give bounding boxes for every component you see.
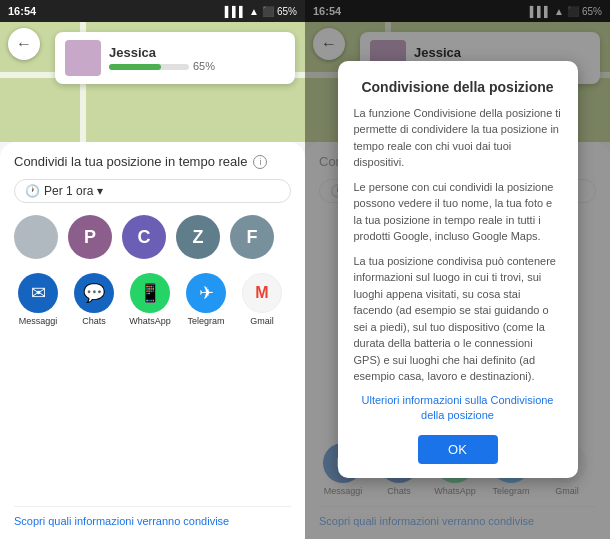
app-icon-chats: 💬 (74, 273, 114, 313)
app-icon-gmail: M (242, 273, 282, 313)
app-item-messaggi[interactable]: ✉ Messaggi (14, 273, 62, 326)
contact-avatar-photo (14, 215, 58, 259)
bottom-link-left[interactable]: Scopri quali informazioni verranno condi… (14, 506, 291, 531)
left-panel: 16:54 ▌▌▌ ▲ ⬛ 65% ← Jessica 65% (0, 0, 305, 539)
dialog-ok-button[interactable]: OK (418, 435, 498, 464)
user-avatar-left (65, 40, 101, 76)
contact-item-c[interactable]: C (122, 215, 166, 259)
contact-item-photo (14, 215, 58, 259)
battery-bar-left (109, 64, 189, 70)
app-icon-telegram: ✈ (186, 273, 226, 313)
contact-avatar-p: P (68, 215, 112, 259)
duration-label: Per 1 ora (44, 184, 93, 198)
back-button-left[interactable]: ← (8, 28, 40, 60)
user-info-left: Jessica 65% (109, 45, 285, 72)
map-area-left: ← Jessica 65% (0, 22, 305, 142)
clock-icon: 🕐 (25, 184, 40, 198)
contact-avatar-z: Z (176, 215, 220, 259)
back-arrow-icon: ← (16, 35, 32, 53)
dialog-title: Condivisione della posizione (354, 79, 562, 95)
app-icon-whatsapp: 📱 (130, 273, 170, 313)
right-panel: 16:54 ▌▌▌ ▲ ⬛ 65% ← Jessica 65% (305, 0, 610, 539)
status-bar-left: 16:54 ▌▌▌ ▲ ⬛ 65% (0, 0, 305, 22)
app-label-whatsapp: WhatsApp (129, 316, 171, 326)
battery-pct-left: 65% (193, 60, 215, 72)
battery-icon: ⬛ (262, 6, 274, 17)
share-title-row: Condividi la tua posizione in tempo real… (14, 154, 291, 169)
user-name-left: Jessica (109, 45, 285, 60)
info-icon[interactable]: i (253, 155, 267, 169)
app-label-chats: Chats (82, 316, 106, 326)
contacts-row: P C Z F (14, 215, 291, 259)
wifi-icon: ▲ (249, 6, 259, 17)
contact-item-p[interactable]: P (68, 215, 112, 259)
dialog-box: Condivisione della posizione La funzione… (338, 61, 578, 479)
status-icons-left: ▌▌▌ ▲ ⬛ 65% (225, 6, 297, 17)
battery-fill-left (109, 64, 161, 70)
dialog-link[interactable]: Ulteriori informazioni sulla Condivision… (354, 393, 562, 424)
app-item-chats[interactable]: 💬 Chats (70, 273, 118, 326)
contact-avatar-c: C (122, 215, 166, 259)
contact-avatar-f: F (230, 215, 274, 259)
status-time-left: 16:54 (8, 5, 36, 17)
user-card-left: Jessica 65% (55, 32, 295, 84)
app-icon-messaggi: ✉ (18, 273, 58, 313)
signal-icon: ▌▌▌ (225, 6, 246, 17)
dialog-para2: Le persone con cui condividi la posizion… (354, 179, 562, 245)
battery-text-left: 65% (277, 6, 297, 17)
dialog-para3: La tua posizione condivisa può contenere… (354, 253, 562, 385)
chevron-down-icon: ▾ (97, 184, 103, 198)
app-item-gmail[interactable]: M Gmail (238, 273, 286, 326)
app-label-messaggi: Messaggi (19, 316, 58, 326)
share-title-text: Condividi la tua posizione in tempo real… (14, 154, 247, 169)
contact-item-f[interactable]: F (230, 215, 274, 259)
dialog-overlay: Condivisione della posizione La funzione… (305, 0, 610, 539)
bottom-sheet-left: Condividi la tua posizione in tempo real… (0, 142, 305, 539)
app-label-gmail: Gmail (250, 316, 274, 326)
app-item-whatsapp[interactable]: 📱 WhatsApp (126, 273, 174, 326)
duration-chip[interactable]: 🕐 Per 1 ora ▾ (14, 179, 291, 203)
dialog-para1: La funzione Condivisione della posizione… (354, 105, 562, 171)
app-row-left: ✉ Messaggi 💬 Chats 📱 WhatsApp ✈ Telegram… (14, 273, 291, 326)
contact-item-z[interactable]: Z (176, 215, 220, 259)
app-item-telegram[interactable]: ✈ Telegram (182, 273, 230, 326)
battery-row-left: 65% (109, 60, 285, 72)
app-label-telegram: Telegram (187, 316, 224, 326)
